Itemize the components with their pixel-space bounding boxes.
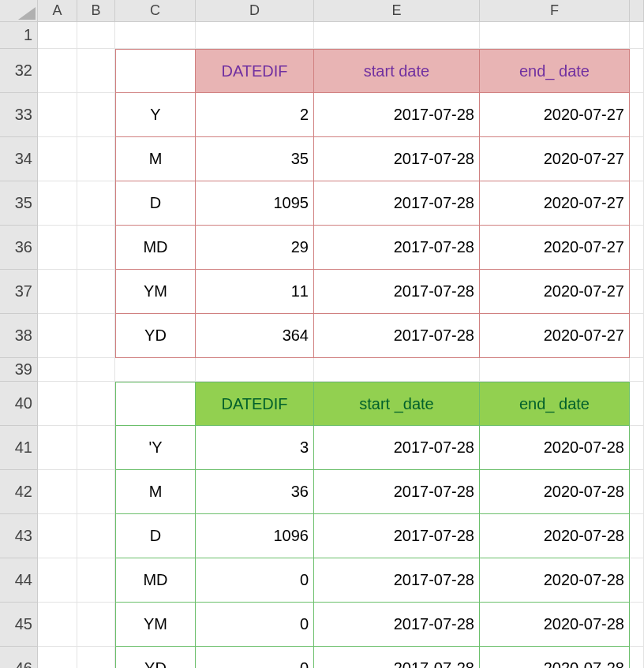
cell-E1[interactable]: [314, 22, 480, 49]
row-header-37[interactable]: 37: [0, 270, 38, 314]
cell-A35[interactable]: [38, 181, 77, 226]
cell-D32[interactable]: DATEDIF: [196, 49, 314, 93]
cell-F39[interactable]: [480, 358, 630, 382]
row-header-35[interactable]: 35: [0, 181, 38, 226]
cell-C37[interactable]: YM: [115, 270, 196, 314]
cell-F34[interactable]: 2020-07-27: [480, 137, 630, 181]
row-header-32[interactable]: 32: [0, 49, 38, 93]
col-header-B[interactable]: B: [77, 0, 115, 22]
cell-A40[interactable]: [38, 382, 77, 426]
cell-F33[interactable]: 2020-07-27: [480, 93, 630, 137]
cell-F46[interactable]: 2020-07-28: [480, 647, 630, 668]
cell-C36[interactable]: MD: [115, 226, 196, 270]
cell-A44[interactable]: [38, 558, 77, 603]
cell-F44[interactable]: 2020-07-28: [480, 558, 630, 603]
row-header-38[interactable]: 38: [0, 314, 38, 358]
cell-C46[interactable]: YD: [115, 647, 196, 668]
cell-B39[interactable]: [77, 358, 115, 382]
cell-A41[interactable]: [38, 426, 77, 470]
cell-A33[interactable]: [38, 93, 77, 137]
cell-A42[interactable]: [38, 470, 77, 514]
cell-D34[interactable]: 35: [196, 137, 314, 181]
cell-C38[interactable]: YD: [115, 314, 196, 358]
row-header-46[interactable]: 46: [0, 647, 38, 668]
cell-D36[interactable]: 29: [196, 226, 314, 270]
select-all-corner[interactable]: [0, 0, 38, 22]
cell-F32[interactable]: end_ date: [480, 49, 630, 93]
cell-B37[interactable]: [77, 270, 115, 314]
cell-B43[interactable]: [77, 514, 115, 558]
row-header-44[interactable]: 44: [0, 558, 38, 603]
cell-E38[interactable]: 2017-07-28: [314, 314, 480, 358]
cell-D42[interactable]: 36: [196, 470, 314, 514]
cell-E41[interactable]: 2017-07-28: [314, 426, 480, 470]
cell-E32[interactable]: start date: [314, 49, 480, 93]
cell-E43[interactable]: 2017-07-28: [314, 514, 480, 558]
cell-D43[interactable]: 1096: [196, 514, 314, 558]
cell-D44[interactable]: 0: [196, 558, 314, 603]
cell-E35[interactable]: 2017-07-28: [314, 181, 480, 226]
col-header-E[interactable]: E: [314, 0, 480, 22]
cell-C44[interactable]: MD: [115, 558, 196, 603]
cell-B45[interactable]: [77, 603, 115, 647]
col-header-C[interactable]: C: [115, 0, 196, 22]
row-header-41[interactable]: 41: [0, 426, 38, 470]
cell-E39[interactable]: [314, 358, 480, 382]
cell-F43[interactable]: 2020-07-28: [480, 514, 630, 558]
cell-D46[interactable]: 0: [196, 647, 314, 668]
cell-E44[interactable]: 2017-07-28: [314, 558, 480, 603]
cell-A39[interactable]: [38, 358, 77, 382]
cell-A37[interactable]: [38, 270, 77, 314]
cell-F37[interactable]: 2020-07-27: [480, 270, 630, 314]
cell-E46[interactable]: 2017-07-28: [314, 647, 480, 668]
row-header-40[interactable]: 40: [0, 382, 38, 426]
cell-F36[interactable]: 2020-07-27: [480, 226, 630, 270]
row-header-45[interactable]: 45: [0, 603, 38, 647]
cell-A46[interactable]: [38, 647, 77, 668]
col-header-F[interactable]: F: [480, 0, 630, 22]
row-header-33[interactable]: 33: [0, 93, 38, 137]
cell-A1[interactable]: [38, 22, 77, 49]
cell-F40[interactable]: end_ date: [480, 382, 630, 426]
cell-D37[interactable]: 11: [196, 270, 314, 314]
cell-B32[interactable]: [77, 49, 115, 93]
cell-C35[interactable]: D: [115, 181, 196, 226]
cell-F41[interactable]: 2020-07-28: [480, 426, 630, 470]
row-header-36[interactable]: 36: [0, 226, 38, 270]
cell-E37[interactable]: 2017-07-28: [314, 270, 480, 314]
cell-A45[interactable]: [38, 603, 77, 647]
cell-E45[interactable]: 2017-07-28: [314, 603, 480, 647]
cell-B35[interactable]: [77, 181, 115, 226]
cell-D38[interactable]: 364: [196, 314, 314, 358]
cell-E33[interactable]: 2017-07-28: [314, 93, 480, 137]
spreadsheet-grid[interactable]: A B C D E F 1 32 DATEDIF start date end_…: [0, 0, 644, 668]
cell-D41[interactable]: 3: [196, 426, 314, 470]
cell-B1[interactable]: [77, 22, 115, 49]
cell-B42[interactable]: [77, 470, 115, 514]
cell-D33[interactable]: 2: [196, 93, 314, 137]
cell-A36[interactable]: [38, 226, 77, 270]
cell-E34[interactable]: 2017-07-28: [314, 137, 480, 181]
cell-B36[interactable]: [77, 226, 115, 270]
cell-B41[interactable]: [77, 426, 115, 470]
cell-B46[interactable]: [77, 647, 115, 668]
cell-F45[interactable]: 2020-07-28: [480, 603, 630, 647]
cell-B40[interactable]: [77, 382, 115, 426]
cell-C41[interactable]: 'Y: [115, 426, 196, 470]
cell-A43[interactable]: [38, 514, 77, 558]
cell-C32[interactable]: [115, 49, 196, 93]
cell-C39[interactable]: [115, 358, 196, 382]
cell-C33[interactable]: Y: [115, 93, 196, 137]
cell-B44[interactable]: [77, 558, 115, 603]
cell-C40[interactable]: [115, 382, 196, 426]
col-header-A[interactable]: A: [38, 0, 77, 22]
cell-B34[interactable]: [77, 137, 115, 181]
row-header-42[interactable]: 42: [0, 470, 38, 514]
row-header-1[interactable]: 1: [0, 22, 38, 49]
cell-E40[interactable]: start _date: [314, 382, 480, 426]
cell-C42[interactable]: M: [115, 470, 196, 514]
cell-D1[interactable]: [196, 22, 314, 49]
col-header-D[interactable]: D: [196, 0, 314, 22]
cell-D35[interactable]: 1095: [196, 181, 314, 226]
cell-B38[interactable]: [77, 314, 115, 358]
